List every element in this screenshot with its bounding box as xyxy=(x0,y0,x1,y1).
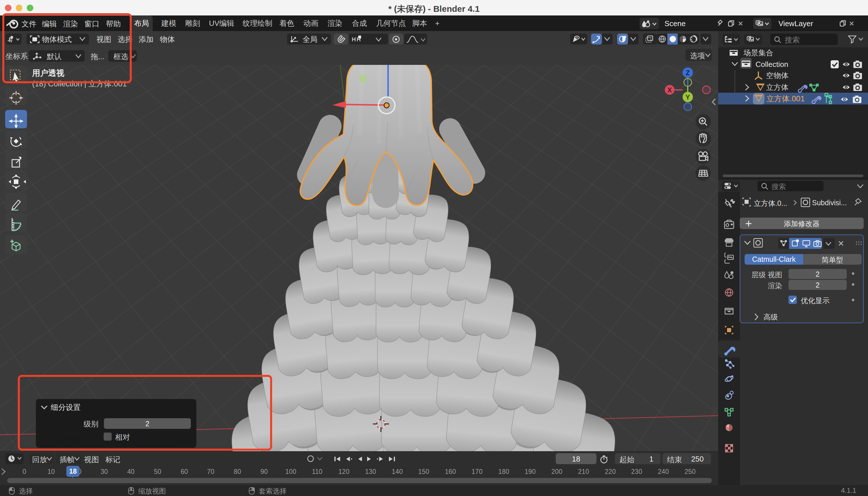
svg-text:空物体: 空物体 xyxy=(766,71,789,80)
svg-text:立方体: 立方体 xyxy=(766,83,789,92)
svg-text:立方体.001: 立方体.001 xyxy=(766,94,805,103)
svg-text:场景集合: 场景集合 xyxy=(743,48,773,57)
svg-text:Y: Y xyxy=(685,93,690,101)
svg-text:Z: Z xyxy=(686,69,690,77)
svg-text:Collection: Collection xyxy=(756,60,788,68)
svg-text:X: X xyxy=(667,86,672,94)
